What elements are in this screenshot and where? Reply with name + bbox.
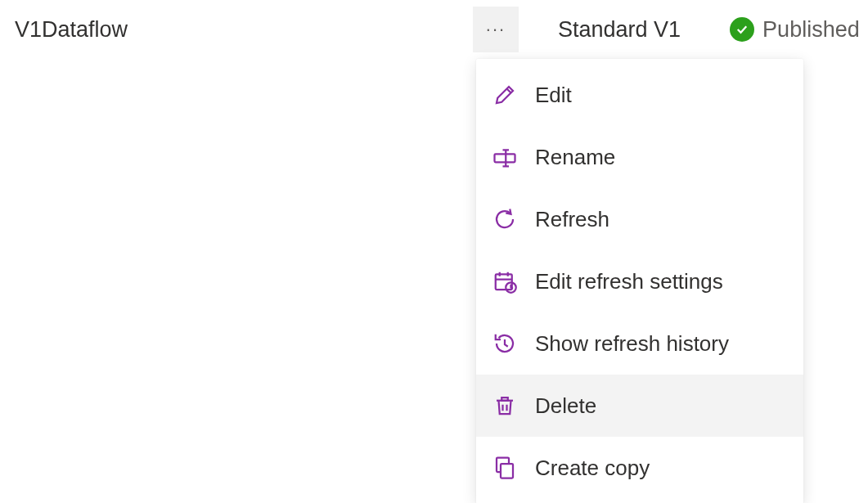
menu-label: Edit [535, 83, 572, 108]
menu-item-delete[interactable]: Delete [476, 375, 803, 437]
dataflow-name[interactable]: V1Dataflow [15, 17, 473, 43]
copy-icon [491, 454, 519, 482]
menu-item-refresh[interactable]: Refresh [476, 188, 803, 250]
menu-label: Edit refresh settings [535, 269, 723, 294]
menu-label: Rename [535, 145, 615, 170]
more-actions-button[interactable]: ··· [473, 7, 519, 52]
status-text: Published [762, 17, 860, 43]
status-badge: Published [730, 17, 860, 43]
trash-icon [491, 392, 519, 420]
calendar-clock-icon [491, 267, 519, 295]
svg-rect-3 [501, 464, 513, 478]
refresh-icon [491, 205, 519, 233]
dataflow-type: Standard V1 [558, 17, 681, 43]
dataflow-row: V1Dataflow ··· Standard V1 Published [0, 0, 868, 59]
svg-rect-0 [495, 154, 515, 162]
menu-item-show-refresh-history[interactable]: Show refresh history [476, 312, 803, 375]
history-icon [491, 330, 519, 357]
ellipsis-icon: ··· [486, 20, 506, 38]
context-menu: Edit Rename Refresh Edit refresh setting… [476, 59, 803, 503]
pencil-icon [491, 81, 519, 109]
menu-item-rename[interactable]: Rename [476, 126, 803, 188]
menu-label: Refresh [535, 207, 609, 232]
menu-item-edit-refresh-settings[interactable]: Edit refresh settings [476, 250, 803, 312]
menu-item-create-copy[interactable]: Create copy [476, 437, 803, 499]
menu-label: Show refresh history [535, 331, 729, 357]
checkmark-circle-icon [730, 17, 754, 42]
menu-label: Create copy [535, 456, 650, 481]
menu-label: Delete [535, 393, 596, 419]
rename-icon [491, 143, 519, 171]
menu-item-edit[interactable]: Edit [476, 64, 803, 126]
